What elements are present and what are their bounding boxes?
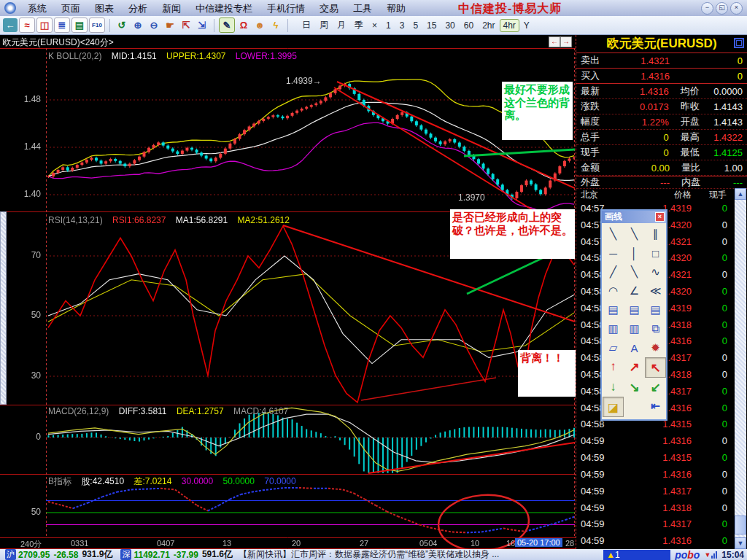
panel-restore-icon[interactable]: [734, 38, 744, 48]
flash-icon[interactable]: ϟ: [268, 18, 283, 32]
brand-letter: o: [681, 549, 688, 560]
minimize-icon[interactable]: −: [701, 2, 713, 15]
menu-item[interactable]: 系统: [20, 3, 54, 14]
palette-title-bar[interactable]: 画线 ×: [602, 211, 666, 223]
palette-close-icon[interactable]: ×: [655, 212, 665, 222]
parallel-lines-tool[interactable]: ∥: [645, 225, 666, 244]
info-list-icon[interactable]: ▤: [71, 18, 88, 33]
arc-tool[interactable]: ◠: [603, 281, 624, 300]
tick-row[interactable]: 04:591.43170: [576, 483, 747, 499]
alarm-icon[interactable]: Ω: [236, 18, 251, 32]
tick-row[interactable]: 04:591.43180: [576, 499, 747, 516]
arrow-up-icon[interactable]: ↑: [603, 357, 624, 376]
arrow-ne-icon[interactable]: ↗: [624, 357, 645, 376]
tick-list-scrollbar[interactable]: ▲ ▼: [735, 188, 746, 549]
rectangle-tool[interactable]: □: [645, 244, 666, 262]
period-button-60[interactable]: 60: [460, 20, 478, 31]
period-button-30[interactable]: 30: [441, 20, 459, 31]
menu-item[interactable]: 新闻: [155, 3, 188, 14]
period-button-2hr[interactable]: 2hr: [478, 20, 499, 31]
gann-lines-tool[interactable]: ▥: [624, 319, 645, 338]
back-icon[interactable]: ←: [3, 18, 18, 32]
tick-row[interactable]: 04:591.43170: [576, 516, 747, 532]
period-button-×[interactable]: ×: [368, 20, 382, 31]
curve-tool[interactable]: ∿: [645, 262, 666, 281]
period-button-日[interactable]: 日: [298, 18, 315, 32]
gann-fan-tool[interactable]: ≪: [645, 281, 666, 300]
line-tool[interactable]: ╲: [603, 225, 624, 244]
timeshare-chart-icon[interactable]: ◫: [36, 18, 53, 33]
scrollbar-thumb[interactable]: [735, 516, 746, 534]
menu-item[interactable]: 分析: [121, 3, 155, 14]
period-button-Y[interactable]: Y: [519, 20, 534, 31]
tick-row[interactable]: 04:591.43160: [576, 466, 747, 483]
period-button-3[interactable]: 3: [395, 20, 409, 31]
index-name-badge: 沪: [5, 549, 16, 560]
arrow-sw-icon[interactable]: ↙: [645, 378, 666, 397]
next-page-icon[interactable]: ⇲: [195, 18, 209, 32]
users-icon[interactable]: ☻: [252, 18, 267, 32]
text-tool[interactable]: A: [624, 338, 645, 357]
golden-section-tool[interactable]: ▤: [603, 300, 624, 319]
segment-tool[interactable]: ╱: [603, 262, 624, 281]
vertical-line-tool[interactable]: │: [624, 244, 645, 262]
period-button-月[interactable]: 月: [333, 18, 350, 32]
golden-extension-tool[interactable]: ▤: [645, 300, 666, 319]
period-button-5[interactable]: 5: [409, 20, 422, 31]
period-button-季[interactable]: 季: [350, 18, 368, 32]
horizontal-line-tool[interactable]: ─: [603, 244, 624, 262]
cycle-tool[interactable]: ✹: [645, 338, 666, 357]
angle-tool[interactable]: ∠: [624, 281, 645, 300]
f10-icon[interactable]: F10: [89, 18, 105, 33]
menu-item[interactable]: 页面: [54, 3, 88, 14]
menu-item[interactable]: 手机行情: [260, 3, 312, 14]
tab-prev-icon[interactable]: ←: [549, 36, 560, 47]
annotation-note-divergence[interactable]: 背离！！: [518, 350, 576, 397]
scroll-up-icon[interactable]: ▲: [735, 188, 746, 200]
draw-line-icon[interactable]: ✎: [219, 18, 235, 33]
menu-item[interactable]: 工具: [346, 3, 379, 14]
annotation-note-divergence-warning[interactable]: 最好不要形成这个兰色的背离。: [502, 82, 573, 140]
refresh-icon[interactable]: ↺: [115, 18, 129, 32]
drag-hand-icon[interactable]: ☛: [163, 18, 177, 32]
chart-tab-title[interactable]: 欧元美元(EURUSD)<240分>: [2, 36, 114, 49]
golden-vertical-tool[interactable]: ▤: [624, 300, 645, 319]
ray-tool[interactable]: ╲: [624, 262, 645, 281]
news-ticker[interactable]: 【新闻快讯】汇市周评：数据暴露经济仍需“维稳”美联储难以抽身 ...: [239, 548, 603, 560]
menu-item[interactable]: 图表: [88, 3, 121, 14]
zoom-in-icon[interactable]: ⊕: [131, 18, 145, 32]
menu-item[interactable]: 交易: [312, 3, 346, 14]
tick-row[interactable]: 04:591.43160: [576, 432, 747, 449]
tick-row[interactable]: 04:591.43160: [576, 532, 747, 549]
close-icon[interactable]: ×: [730, 2, 743, 15]
exit-tool[interactable]: ⇤: [645, 397, 666, 416]
alert-indicator[interactable]: ▲1: [603, 550, 670, 560]
kline-chart-icon[interactable]: ≈: [19, 18, 35, 33]
tab-next-icon[interactable]: →: [560, 36, 572, 47]
annotation-note-breakout-question[interactable]: 是否已经形成向上的突破？也许是，也许不是。: [450, 209, 575, 259]
regression-channel-tool[interactable]: ▱: [603, 338, 624, 357]
percent-lines-tool[interactable]: ▥: [603, 319, 624, 338]
tick-row[interactable]: 04:591.43150: [576, 449, 747, 466]
eraser-tool[interactable]: ◪: [603, 397, 624, 417]
panel-splitter[interactable]: [0, 211, 7, 405]
arrow-se-icon[interactable]: ↘: [624, 378, 645, 397]
period-button-周[interactable]: 周: [315, 18, 333, 32]
period-button-15[interactable]: 15: [422, 20, 441, 31]
arrow-down-icon[interactable]: ↓: [603, 378, 624, 397]
period-button-1[interactable]: 1: [382, 20, 395, 31]
low-price-label: 1.3970: [458, 192, 485, 203]
chart-canvas[interactable]: [0, 35, 576, 549]
menu-item[interactable]: 中信建投专栏: [188, 3, 260, 14]
restore-icon[interactable]: ◱: [716, 2, 728, 15]
menu-item[interactable]: 帮助: [379, 3, 413, 14]
period-button-4hr[interactable]: 4hr: [500, 19, 519, 32]
line-dot-tool[interactable]: ╲: [624, 225, 645, 244]
scroll-down-icon[interactable]: ▼: [735, 537, 746, 549]
prev-page-icon[interactable]: ⇱: [179, 18, 193, 32]
zoom-out-icon[interactable]: ⊖: [147, 18, 161, 32]
quote-list-icon[interactable]: ≣: [54, 18, 70, 33]
channel-flag-tool[interactable]: ⧉: [645, 319, 666, 338]
arrow-nw-icon[interactable]: ↖: [645, 357, 666, 378]
b-gu-value: 股:42.4510: [81, 476, 124, 486]
